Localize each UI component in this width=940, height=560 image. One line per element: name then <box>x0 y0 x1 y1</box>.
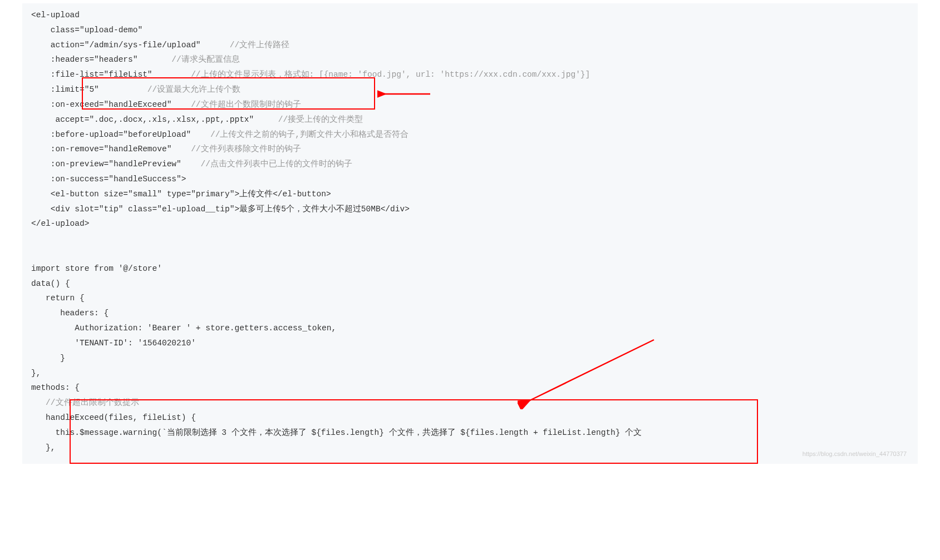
code-line: <el-button size="small" type="primary">上… <box>31 187 909 202</box>
code-line: :file-list="fileList" //上传的文件显示列表，格式如: [… <box>31 67 909 82</box>
code-line: }, <box>31 366 909 381</box>
code-line: }, <box>31 440 909 455</box>
code-line: accept=".doc,.docx,.xls,.xlsx,.ppt,.pptx… <box>31 112 909 127</box>
code-line: </el-upload> <box>31 216 909 231</box>
code-line: :headers="headers" //请求头配置信息 <box>31 52 909 67</box>
code-line: action="/admin/sys-file/upload" //文件上传路径 <box>31 38 909 53</box>
code-line: Authorization: 'Bearer ' + store.getters… <box>31 321 909 336</box>
code-line: handleExceed(files, fileList) { <box>31 410 909 425</box>
code-line: } <box>31 351 909 366</box>
code-line: :on-preview="handlePreview" //点击文件列表中已上传… <box>31 157 909 172</box>
code-line: 'TENANT-ID': '1564020210' <box>31 336 909 351</box>
code-line <box>31 246 909 261</box>
code-line: data() { <box>31 276 909 291</box>
code-block: <el-upload class="upload-demo" action="/… <box>22 3 918 464</box>
code-line: import store from '@/store' <box>31 261 909 276</box>
code-line: :on-success="handleSuccess"> <box>31 172 909 187</box>
code-line: this.$message.warning(`当前限制选择 3 个文件，本次选择… <box>31 425 909 440</box>
code-line: :on-exceed="handleExceed" //文件超出个数限制时的钩子 <box>31 97 909 112</box>
code-line: class="upload-demo" <box>31 23 909 38</box>
code-line: <el-upload <box>31 8 909 23</box>
code-line: headers: { <box>31 306 909 321</box>
code-line: methods: { <box>31 380 909 395</box>
code-line: :before-upload="beforeUpload" //上传文件之前的钩… <box>31 127 909 142</box>
code-line <box>31 231 909 246</box>
watermark: https://blog.csdn.net/weixin_44770377 <box>803 448 907 459</box>
code-line-comment: //文件超出限制个数提示 <box>31 395 909 410</box>
code-line: :limit="5" //设置最大允许上传个数 <box>31 82 909 97</box>
code-line: :on-remove="handleRemove" //文件列表移除文件时的钩子 <box>31 142 909 157</box>
code-line: <div slot="tip" class="el-upload__tip">最… <box>31 202 909 217</box>
code-line: return { <box>31 291 909 306</box>
